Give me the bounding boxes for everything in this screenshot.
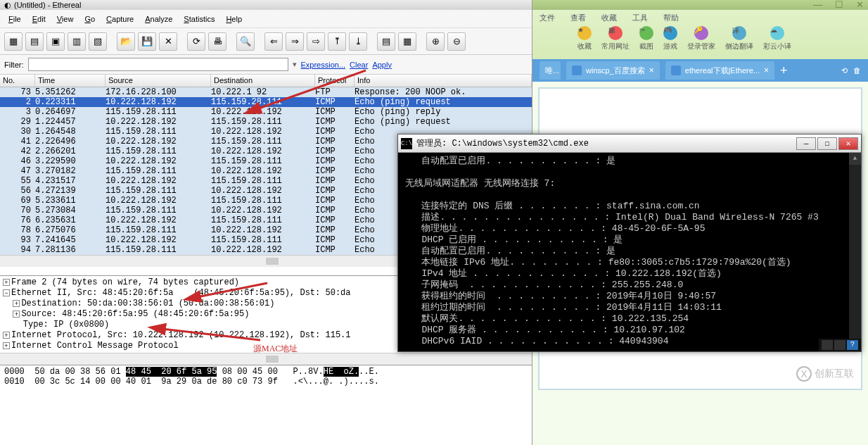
br-icon-translate[interactable]: 译侧边翻译 (725, 26, 753, 51)
new-tab-button[interactable]: + (780, 63, 788, 78)
tb-gotop-icon[interactable]: ⤒ (328, 32, 346, 51)
cmd-close[interactable]: ✕ (838, 137, 858, 150)
packet-list-header: No. Time Source Destination Protocol Inf… (0, 75, 532, 87)
tb-reload-icon[interactable]: ⟳ (187, 32, 205, 51)
table-row[interactable]: 291.22445710.222.128.192115.159.28.111IC… (0, 117, 532, 127)
tb-options-icon[interactable]: ▤ (25, 32, 44, 51)
browser-toolbar: 文件 查看 收藏 工具 帮助 ★收藏 ▦常用网址 ✂截图 🎮游戏 🔑登录管家 译… (532, 10, 868, 59)
br-menu-fav[interactable]: 收藏 (601, 13, 617, 23)
menu-view[interactable]: View (53, 13, 78, 25)
key-icon: 🔑 (694, 26, 708, 40)
tb-save-icon[interactable]: 💾 (138, 32, 156, 51)
maximize-icon[interactable]: ☐ (835, 0, 843, 10)
translate-icon: 译 (732, 26, 746, 40)
tb-back-icon[interactable]: ⇐ (264, 32, 283, 51)
br-icon-game[interactable]: 🎮游戏 (663, 26, 677, 51)
tb-restart-icon[interactable]: ▧ (89, 32, 107, 51)
tab-2[interactable]: ethereal下载|Ethere...× (665, 61, 774, 80)
ime-icon[interactable] (834, 340, 845, 350)
table-row[interactable]: 735.351262172.16.228.10010.222.1 92FTPRe… (0, 87, 532, 97)
tree-toggle-icon[interactable]: + (3, 332, 10, 339)
menu-go[interactable]: Go (80, 13, 99, 25)
tab-close-icon[interactable]: × (649, 65, 654, 75)
minimize-icon[interactable]: — (813, 0, 822, 10)
tree-toggle-icon[interactable]: + (13, 311, 20, 318)
tb-autoscroll-icon[interactable]: ▦ (398, 32, 416, 51)
cmd-scrollbar[interactable]: ▲ (849, 153, 861, 339)
tree-toggle-icon[interactable]: + (13, 300, 20, 307)
menu-analyze[interactable]: Analyze (141, 13, 177, 25)
br-menu-help[interactable]: 帮助 (663, 13, 679, 23)
tb-zoomout-icon[interactable]: ⊖ (447, 32, 466, 51)
tb-interfaces-icon[interactable]: ▦ (4, 32, 23, 51)
favicon-icon (671, 65, 681, 75)
table-row[interactable]: 30.264697115.159.28.11110.222.128.192ICM… (0, 107, 532, 117)
tb-zoomin-icon[interactable]: ⊕ (426, 32, 445, 51)
filter-input[interactable] (28, 58, 288, 71)
cmd-title: 管理员: C:\windows\system32\cmd.exe (416, 137, 589, 149)
browser-tabs: 唯...× winscp_百度搜索× ethereal下载|Ethere...×… (532, 59, 868, 82)
br-icon-caiyun[interactable]: ☁彩云小译 (763, 26, 791, 51)
col-no[interactable]: No. (0, 75, 35, 87)
col-info[interactable]: Info (355, 75, 532, 87)
filter-clear[interactable]: Clear (350, 61, 368, 69)
tb-start-icon[interactable]: ▣ (46, 32, 65, 51)
tb-close-icon[interactable]: ✕ (159, 32, 177, 51)
hex-pane[interactable]: 0000 50 da 00 38 56 01 48 45 20 6f 5a 95… (0, 365, 532, 386)
tab-0[interactable]: 唯...× (540, 61, 561, 80)
tree-toggle-icon[interactable]: + (3, 279, 10, 286)
menu-file[interactable]: FFileile (4, 13, 25, 25)
tb-find-icon[interactable]: 🔍 (236, 32, 255, 51)
help-icon[interactable]: ? (847, 340, 858, 350)
br-icon-fav[interactable]: ★收藏 (577, 26, 592, 51)
tab-trash-icon[interactable]: 🗑 (853, 66, 861, 75)
col-destination[interactable]: Destination (211, 75, 315, 87)
menu-edit[interactable]: Edit (28, 13, 50, 25)
br-icon-sites[interactable]: ▦常用网址 (601, 26, 630, 51)
br-menu-view[interactable]: 查看 (570, 13, 586, 23)
ethereal-titlebar[interactable]: ◐ (Untitled) - Ethereal (0, 0, 532, 10)
col-protocol[interactable]: Protocol (315, 75, 355, 87)
filter-label: Filter: (4, 61, 24, 69)
br-icon-login[interactable]: 🔑登录管家 (687, 26, 715, 51)
cmd-icon: C:\ (401, 138, 412, 149)
close-icon[interactable]: ✕ (856, 0, 864, 10)
cmd-output[interactable]: 自动配置已启用. . . . . . . . . . : 是 无线局域网适配器 … (398, 153, 861, 350)
cmd-status: ? (819, 339, 861, 351)
cmd-maximize[interactable]: ☐ (817, 137, 837, 150)
tab-restore-icon[interactable]: ⟲ (841, 66, 848, 75)
scroll-up-icon[interactable]: ▲ (849, 153, 861, 165)
tb-stop-icon[interactable]: ▥ (68, 32, 86, 51)
tab-close-icon[interactable]: × (764, 65, 769, 75)
cmd-minimize[interactable]: — (796, 137, 816, 150)
favicon-icon (572, 65, 582, 75)
browser-titlebar[interactable]: — ☐ ✕ (532, 0, 868, 10)
menu-statistics[interactable]: Statistics (179, 13, 219, 25)
br-icon-screenshot[interactable]: ✂截图 (639, 26, 653, 51)
table-row[interactable]: 20.22331110.222.128.192115.159.28.111ICM… (0, 97, 532, 107)
tree-toggle-icon[interactable]: + (3, 342, 10, 349)
filter-apply[interactable]: Apply (372, 61, 392, 69)
tab-1[interactable]: winscp_百度搜索× (566, 61, 660, 80)
tb-print-icon[interactable]: 🖶 (208, 32, 226, 51)
col-source[interactable]: Source (106, 75, 211, 87)
cmd-titlebar[interactable]: C:\ 管理员: C:\windows\system32\cmd.exe — ☐… (398, 134, 861, 153)
grid-icon: ▦ (608, 26, 623, 40)
annotation-source-mac: 源MAC地址 (253, 343, 298, 355)
br-menu-tools[interactable]: 工具 (632, 13, 648, 23)
tb-open-icon[interactable]: 📂 (117, 32, 135, 51)
toolbar: ▦ ▤ ▣ ▥ ▧ 📂 💾 ✕ ⟳ 🖶 🔍 ⇐ ⇒ ⇨ ⤒ ⤓ ▤ ▦ ⊕ ⊖ (0, 28, 532, 55)
app-icon: ◐ (4, 1, 11, 10)
filter-expression[interactable]: Expression... (301, 61, 346, 69)
ime-icon[interactable] (822, 340, 833, 350)
tree-toggle-icon[interactable]: − (3, 289, 10, 296)
menu-help[interactable]: Help (222, 13, 246, 25)
tb-gobot-icon[interactable]: ⤓ (349, 32, 367, 51)
window-title: (Untitled) - Ethereal (14, 1, 81, 9)
br-menu-file[interactable]: 文件 (540, 13, 555, 23)
tb-goto-icon[interactable]: ⇨ (307, 32, 325, 51)
menu-capture[interactable]: Capture (102, 13, 138, 25)
tb-forward-icon[interactable]: ⇒ (286, 32, 304, 51)
col-time[interactable]: Time (35, 75, 106, 87)
tb-colorize-icon[interactable]: ▤ (377, 32, 395, 51)
